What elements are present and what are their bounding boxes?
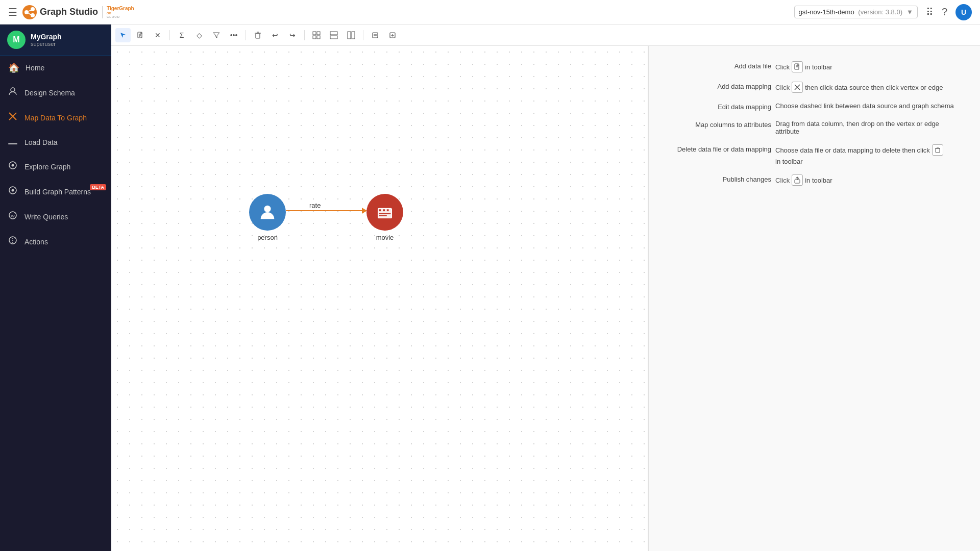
delete-icon — [932, 144, 943, 156]
chevron-down-icon: ▼ — [906, 8, 913, 16]
sidebar-item-actions[interactable]: Actions — [0, 229, 111, 254]
node-person[interactable]: person — [249, 194, 286, 241]
layout2-button[interactable] — [326, 28, 341, 42]
sidebar-item-label: Write Queries — [24, 213, 103, 221]
person-node-circle[interactable] — [249, 194, 286, 231]
graph-name: MyGraph — [31, 33, 62, 41]
write-queries-icon: W — [8, 211, 18, 222]
svg-rect-35 — [373, 33, 378, 38]
user-avatar[interactable]: U — [955, 4, 972, 20]
edge-label: rate — [309, 202, 321, 209]
sidebar-item-label: Load Data — [24, 138, 103, 146]
delete-button[interactable] — [250, 28, 265, 42]
svg-rect-53 — [936, 148, 940, 153]
person-node-icon — [258, 203, 277, 222]
separator — [363, 30, 363, 40]
svg-rect-31 — [330, 32, 337, 35]
export-button[interactable] — [385, 28, 400, 42]
svg-point-3 — [31, 13, 35, 17]
svg-rect-29 — [313, 36, 316, 39]
svg-point-18 — [12, 240, 13, 241]
help-desc: Click then click data source then click … — [775, 82, 960, 93]
topbar-right: gst-nov-15th-demo (version: 3.8.0) ▼ ⠿ ?… — [794, 4, 972, 20]
help-prefix: Choose data file or data mapping to dele… — [775, 146, 930, 154]
sidebar-item-label: Map Data To Graph — [24, 114, 103, 122]
help-icon[interactable]: ? — [942, 6, 947, 18]
separator — [304, 30, 305, 40]
graph-avatar: M — [7, 31, 26, 49]
help-suffix: in toolbar — [805, 63, 832, 71]
svg-rect-27 — [313, 32, 316, 35]
help-label: Add data mapping — [669, 82, 771, 90]
beta-badge: BETA — [90, 184, 106, 190]
close-button[interactable]: ✕ — [150, 28, 165, 42]
svg-point-6 — [11, 88, 15, 92]
graph-selector-label: gst-nov-15th-demo (version: 3.8.0) — [799, 8, 902, 16]
sum-button[interactable]: Σ — [174, 28, 189, 42]
undo-button[interactable]: ↩ — [267, 28, 283, 42]
edge-rate[interactable] — [286, 210, 366, 211]
layout3-button[interactable] — [344, 28, 359, 42]
help-row-publish: Publish changes Click in toolbar — [669, 174, 960, 186]
build-patterns-icon — [8, 186, 18, 197]
click-text: Click — [775, 84, 790, 91]
logo-icon — [21, 4, 38, 20]
svg-point-13 — [12, 189, 14, 192]
main-content: ✕ Σ ◇ ••• ↩ ↪ — [111, 24, 980, 551]
sidebar-item-design-schema[interactable]: Design Schema — [0, 80, 111, 105]
tigergraph-badge: TigerGraph on CLOUD — [102, 6, 134, 18]
apps-icon[interactable]: ⠿ — [926, 6, 934, 18]
graph-canvas[interactable]: rate person — [111, 46, 648, 551]
movie-node-circle[interactable] — [366, 194, 403, 231]
sidebar-item-label: Actions — [24, 238, 103, 246]
expand-button[interactable]: ◇ — [191, 28, 207, 42]
help-row-map-columns: Map columns to attributes Drag from data… — [669, 120, 960, 135]
load-data-icon — [8, 137, 18, 147]
svg-rect-33 — [348, 32, 351, 39]
help-desc: Click in toolbar — [775, 174, 960, 186]
help-label: Publish changes — [669, 174, 771, 183]
canvas-area: rate person — [111, 46, 980, 551]
mapping-icon — [792, 82, 803, 93]
help-label: Edit data mapping — [669, 102, 771, 111]
sidebar-item-map-data[interactable]: Map Data To Graph — [0, 105, 111, 130]
help-suffix: then click data source then click vertex… — [805, 84, 943, 91]
separator — [169, 30, 170, 40]
map-data-icon — [8, 112, 18, 123]
filter-button[interactable] — [209, 28, 224, 42]
sidebar-item-load-data[interactable]: Load Data — [0, 130, 111, 154]
sidebar-item-label: Explore Graph — [24, 163, 103, 171]
svg-rect-56 — [795, 180, 800, 183]
logo-area: Graph Studio TigerGraph on CLOUD — [21, 4, 134, 20]
sidebar-item-explore-graph[interactable]: Explore Graph — [0, 154, 111, 179]
graph-badge[interactable]: M MyGraph superuser — [0, 24, 111, 56]
svg-rect-9 — [8, 143, 17, 144]
sidebar-item-label: Design Schema — [24, 89, 103, 97]
sidebar-item-home[interactable]: 🏠 Home — [0, 56, 111, 80]
help-panel: Add data file Click in toolbar Add data … — [648, 46, 980, 551]
graph-user: superuser — [31, 41, 62, 47]
help-desc: Click in toolbar — [775, 61, 960, 72]
topbar-left: ☰ Graph Studio TigerGraph on CLOUD — [8, 4, 134, 20]
person-node-label: person — [257, 234, 278, 241]
sidebar-item-build-patterns[interactable]: Build Graph Patterns BETA — [0, 179, 111, 204]
graph-selector[interactable]: gst-nov-15th-demo (version: 3.8.0) ▼ — [794, 6, 918, 18]
svg-rect-24 — [256, 34, 260, 38]
movie-node-icon — [375, 203, 395, 222]
data-file-button[interactable] — [133, 28, 148, 42]
layout1-button[interactable] — [309, 28, 324, 42]
node-movie[interactable]: movie — [366, 194, 403, 241]
design-schema-icon — [8, 87, 18, 98]
hamburger-menu[interactable]: ☰ — [8, 6, 17, 18]
graph-info: MyGraph superuser — [31, 33, 62, 47]
redo-button[interactable]: ↪ — [285, 28, 300, 42]
svg-point-19 — [12, 242, 13, 243]
svg-rect-47 — [379, 215, 387, 216]
help-desc: Drag from data column, then drop on the … — [775, 120, 960, 135]
more-button[interactable]: ••• — [226, 28, 241, 42]
publish-button[interactable] — [368, 28, 383, 42]
app-title: Graph Studio — [40, 7, 98, 17]
sidebar-item-write-queries[interactable]: W Write Queries — [0, 204, 111, 229]
toolbar: ✕ Σ ◇ ••• ↩ ↪ — [111, 24, 980, 46]
select-tool-button[interactable] — [115, 28, 131, 42]
